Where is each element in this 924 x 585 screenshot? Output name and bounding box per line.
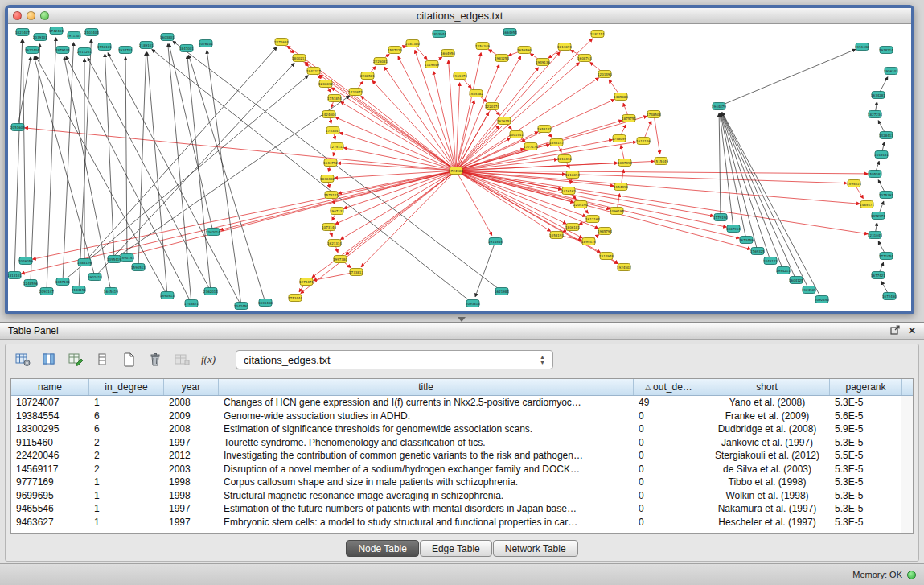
network-node[interactable]: 1816416	[557, 155, 572, 163]
table-cell[interactable]: 2	[89, 437, 164, 448]
network-node[interactable]: 1941217	[306, 68, 321, 75]
network-node[interactable]: 2026059	[18, 257, 33, 265]
table-cell[interactable]: Structural magnetic resonance image aver…	[219, 490, 634, 501]
panel-splitter-handle[interactable]	[455, 316, 468, 322]
edit-table-icon[interactable]	[65, 350, 86, 369]
table-cell[interactable]: 2008	[164, 423, 219, 435]
table-vertical-scrollbar[interactable]	[901, 396, 913, 533]
table-cell[interactable]: 5.3E-5	[830, 463, 902, 475]
network-node[interactable]: 1954211	[776, 267, 791, 274]
network-node[interactable]: 1951432	[855, 43, 869, 51]
table-cell[interactable]: Genome-wide association studies in ADHD.	[219, 410, 634, 422]
table-cell[interactable]: 5.5E-5	[830, 450, 902, 461]
table-cell[interactable]: 1	[89, 397, 164, 408]
column-header-name[interactable]: name	[11, 379, 89, 395]
network-node[interactable]: 1254349	[475, 43, 490, 50]
network-node[interactable]: 1590513	[160, 292, 175, 299]
column-header-out_de[interactable]: △out_de…	[634, 379, 704, 395]
table-cell[interactable]: Yano et al. (2008)	[704, 397, 830, 408]
network-node[interactable]: 1452971	[871, 212, 885, 220]
network-node[interactable]: 1664954	[503, 29, 517, 36]
table-cell[interactable]: Stergiakouli et al. (2012)	[704, 450, 830, 461]
zoom-button[interactable]	[40, 11, 49, 20]
network-node[interactable]: 1445431	[874, 151, 889, 159]
table-cell[interactable]: Disruption of a novel member of a sodium…	[219, 463, 634, 475]
network-node[interactable]: 1424004	[322, 111, 336, 118]
table-cell[interactable]: 2009	[164, 410, 219, 422]
network-node[interactable]: 1911301	[67, 32, 81, 39]
table-cell[interactable]: 22420046	[11, 450, 89, 461]
minimize-button[interactable]	[27, 11, 35, 20]
network-node[interactable]: 1673459	[739, 237, 754, 244]
table-cell[interactable]: 5.3E-5	[830, 503, 902, 514]
network-node[interactable]: 1275112	[330, 143, 344, 150]
table-cell[interactable]: 5.3E-5	[830, 490, 902, 501]
network-node[interactable]: 1590153	[120, 254, 134, 262]
network-node[interactable]: 1847001	[179, 45, 194, 52]
network-canvas[interactable]: 1724908227263418002131941217120601217518…	[8, 24, 911, 310]
table-row[interactable]: 946554611997Estimation of the future num…	[11, 502, 913, 516]
table-cell[interactable]: 9115460	[11, 437, 89, 448]
network-node[interactable]: 1823407	[15, 29, 30, 36]
network-node[interactable]: 1934701	[118, 47, 133, 54]
network-node[interactable]: 1845123	[763, 257, 778, 265]
network-node[interactable]: 1753847	[326, 127, 340, 134]
table-cell[interactable]: 5.3E-5	[830, 397, 902, 408]
table-cell[interactable]: Estimation of significance thresholds fo…	[219, 423, 634, 435]
network-node[interactable]: 2076101	[199, 40, 213, 47]
network-node[interactable]: 1047131	[55, 278, 70, 286]
table-cell[interactable]: Tourette syndrome. Phenomenology and cla…	[219, 437, 634, 448]
rows-icon[interactable]	[92, 350, 113, 369]
table-cell[interactable]: 1998	[164, 476, 219, 488]
network-node[interactable]: 1753444	[288, 295, 302, 302]
network-node[interactable]: 1997380	[333, 256, 347, 263]
table-cell[interactable]: 1	[89, 476, 164, 488]
network-node[interactable]: 1485471	[860, 201, 874, 208]
tab-edge-table[interactable]: Edge Table	[420, 540, 492, 557]
table-cell[interactable]: 19384554	[11, 410, 89, 422]
table-row[interactable]: 2242004622012Investigating the contribut…	[11, 449, 913, 463]
network-node[interactable]: 1590513	[131, 264, 146, 271]
network-node[interactable]: 2204190	[573, 201, 588, 208]
network-node[interactable]: 1961370	[453, 72, 467, 80]
column-header-in_degree[interactable]: in_degree	[89, 379, 164, 395]
table-cell[interactable]: 0	[634, 410, 704, 422]
network-node[interactable]: 2042450	[234, 303, 248, 310]
network-node[interactable]: 1835408	[258, 299, 273, 307]
table-cell[interactable]: 0	[634, 476, 704, 488]
network-node[interactable]: 1201490	[598, 71, 612, 78]
table-cell[interactable]: 2003	[164, 463, 219, 475]
table-row[interactable]: 911546021997Tourette syndrome. Phenomeno…	[11, 436, 913, 450]
table-cell[interactable]: Corpus callosum shape and size in male p…	[219, 476, 634, 488]
network-node[interactable]: 1924502	[617, 264, 631, 271]
table-cell[interactable]: 5.3E-5	[830, 517, 902, 528]
table-row[interactable]: 1830029562008Estimation of significance …	[11, 422, 913, 436]
network-node[interactable]: 2093147	[39, 288, 54, 295]
table-cell[interactable]: 0	[634, 450, 704, 461]
network-node[interactable]: 1248596	[23, 280, 38, 287]
table-cell[interactable]: 1998	[164, 490, 219, 501]
network-node[interactable]: 2103404	[84, 29, 99, 36]
network-node[interactable]: 1902418	[88, 274, 102, 281]
window-titlebar[interactable]: citations_edges.txt	[8, 8, 911, 24]
table-cell[interactable]: 2012	[164, 450, 219, 461]
network-node[interactable]: 1779190	[713, 214, 728, 221]
network-node[interactable]: 2184151	[72, 286, 86, 294]
table-row[interactable]: 1456911722003Disruption of a novel membe…	[11, 463, 913, 476]
table-cell[interactable]: 9699695	[11, 490, 89, 501]
table-cell[interactable]: 5.6E-5	[830, 410, 902, 422]
network-node[interactable]: 1485083	[614, 93, 628, 101]
table-cell[interactable]: Tibbo et al. (1998)	[704, 476, 830, 488]
network-node[interactable]: 1428413	[879, 132, 893, 139]
network-node[interactable]: 1853147	[549, 139, 564, 146]
network-node[interactable]: 1119549	[425, 61, 439, 68]
network-node[interactable]: 1275471	[299, 278, 314, 286]
delete-table-icon[interactable]	[145, 350, 166, 369]
network-node[interactable]: 1745821	[184, 300, 199, 307]
table-cell[interactable]: 5.3E-5	[830, 476, 902, 488]
network-node[interactable]: 1058193	[549, 232, 564, 239]
network-node[interactable]: 2189101	[139, 42, 154, 49]
table-row[interactable]: 977716911998Corpus callosum shape and si…	[11, 476, 913, 489]
network-node[interactable]: 1949136	[536, 59, 550, 66]
table-settings-icon[interactable]	[12, 350, 33, 369]
